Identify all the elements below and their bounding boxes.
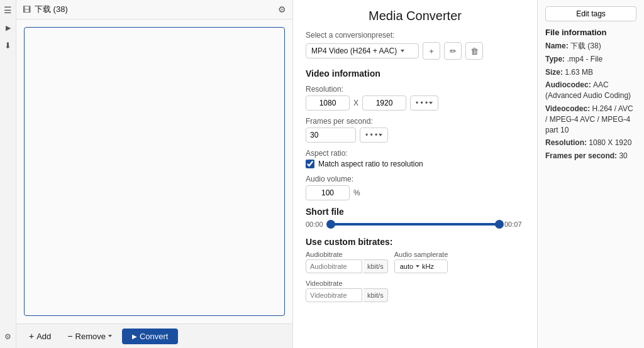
samplerate-select[interactable]: auto kHz: [394, 259, 448, 273]
audio-vol-form-row: Audio volume: %: [306, 175, 525, 200]
preset-select-row: MP4 Video (H264 + AAC) + ✏ 🗑: [306, 42, 525, 60]
short-file-fill: [331, 223, 499, 226]
resolution-width-input[interactable]: [306, 95, 350, 111]
audiobitrate-unit: kbit/s: [364, 259, 388, 273]
remove-label: Remove: [75, 332, 106, 341]
thin-sidebar: ☰ ▶ ⬇ ⚙: [0, 0, 16, 348]
bitrate-section-title: Use custom bitrates:: [306, 237, 525, 247]
file-gear-icon[interactable]: ⚙: [278, 4, 286, 14]
short-file-slider-container: 00:00 00:07: [306, 220, 525, 228]
preset-dropdown-icon: [401, 50, 404, 52]
file-panel: 🎞 下载 (38) ⚙ + Add − Remove: [16, 0, 293, 348]
audio-vol-label: Audio volume:: [306, 175, 525, 183]
aspect-ratio-label: Aspect ratio:: [306, 149, 525, 158]
audiobitrate-input[interactable]: [306, 259, 362, 273]
main-content: 🎞 下载 (38) ⚙ + Add − Remove: [16, 0, 644, 348]
resolution-dropdown-icon: [429, 102, 433, 104]
remove-dropdown-icon: [108, 335, 112, 337]
add-button[interactable]: + Add: [23, 328, 57, 344]
file-info-size: Size: 1.63 MB: [545, 67, 636, 78]
add-preset-button[interactable]: +: [423, 42, 440, 60]
fps-row: • • •: [306, 128, 525, 143]
aspect-checkbox-label: Match aspect ratio to resolution: [318, 160, 423, 168]
file-drop-area: [24, 27, 285, 316]
add-label: Add: [36, 332, 51, 341]
videobitrate-unit: kbit/s: [364, 288, 388, 302]
audiobitrate-label: Audiobitrate: [306, 251, 388, 258]
preset-label: Select a conversionpreset:: [306, 31, 525, 40]
short-file-end: 00:07: [504, 220, 525, 228]
download-icon[interactable]: ⬇: [2, 39, 14, 52]
resolution-label: Resolution:: [306, 85, 525, 94]
preset-value: MP4 Video (H264 + AAC): [311, 46, 397, 55]
menu-icon[interactable]: ☰: [2, 4, 14, 16]
preset-select[interactable]: MP4 Video (H264 + AAC): [306, 43, 419, 58]
resolution-options-button[interactable]: • • •: [410, 95, 438, 111]
samplerate-unit: kHz: [422, 263, 434, 270]
fps-input[interactable]: [306, 128, 356, 143]
videobitrate-group: Videobitrate kbit/s: [306, 280, 388, 302]
videobitrate-input-row: kbit/s: [306, 288, 388, 302]
samplerate-group: Audio samplerate auto kHz: [394, 251, 448, 273]
dots-label: • • •: [416, 99, 428, 107]
file-info-videocodec: Videocodec: H.264 / AVC / MPEG-4 AVC / M…: [545, 104, 636, 135]
fps-form-row: Frames per second: • • •: [306, 117, 525, 143]
short-file-start: 00:00: [306, 220, 326, 228]
fps-options-button[interactable]: • • •: [360, 128, 388, 143]
short-file-thumb-left[interactable]: [326, 220, 335, 229]
resolution-height-input[interactable]: [362, 95, 406, 111]
aspect-checkbox-row: Match aspect ratio to resolution: [306, 160, 525, 168]
videobitrate-input[interactable]: [306, 288, 362, 302]
edit-preset-button[interactable]: ✏: [444, 42, 462, 60]
videobitrate-label: Videobitrate: [306, 280, 388, 287]
file-info-name: Name: 下载 (38): [545, 41, 636, 52]
fps-dropdown-icon: [379, 134, 382, 136]
add-icon: +: [29, 331, 34, 341]
bitrate-section: Use custom bitrates: Audiobitrate kbit/s…: [306, 237, 525, 302]
file-panel-footer: + Add − Remove ▶ Convert: [16, 324, 292, 348]
file-info-title: File information: [545, 28, 636, 37]
resolution-form-row: Resolution: X • • •: [306, 85, 525, 111]
settings-icon[interactable]: ⚙: [2, 330, 14, 343]
fps-dots-label: • • •: [365, 131, 377, 139]
audio-vol-input[interactable]: [306, 185, 350, 200]
video-section-title: Video information: [306, 68, 525, 79]
audiobitrate-input-row: kbit/s: [306, 259, 388, 273]
convert-button[interactable]: ▶ Convert: [122, 329, 179, 344]
settings-panel: Media Converter Select a conversionprese…: [293, 0, 537, 348]
short-file-track[interactable]: [331, 223, 499, 226]
samplerate-value: auto: [400, 263, 413, 270]
short-file-thumb-right[interactable]: [495, 220, 504, 229]
samplerate-dropdown-icon: [416, 265, 419, 268]
film-icon: 🎞: [23, 5, 31, 14]
play-sidebar-icon[interactable]: ▶: [2, 21, 14, 34]
remove-icon: −: [67, 331, 72, 341]
resolution-x: X: [353, 99, 358, 107]
remove-button[interactable]: − Remove: [61, 328, 118, 344]
info-panel: Edit tags File information Name: 下载 (38)…: [537, 0, 644, 348]
audiobitrate-group: Audiobitrate kbit/s: [306, 251, 388, 273]
file-panel-header: 🎞 下载 (38) ⚙: [16, 0, 292, 19]
resolution-row: X • • •: [306, 95, 525, 111]
convert-play-icon: ▶: [132, 333, 137, 340]
file-info-audiocodec: Audiocodec: AAC (Advanced Audio Coding): [545, 80, 636, 101]
short-file-section: Short file 00:00 00:07: [306, 207, 525, 228]
bitrate-row: Audiobitrate kbit/s Audio samplerate aut…: [306, 251, 525, 302]
aspect-checkbox[interactable]: [306, 160, 314, 168]
short-file-title: Short file: [306, 207, 525, 217]
file-header-left: 🎞 下载 (38): [23, 4, 68, 15]
aspect-ratio-form-row: Aspect ratio: Match aspect ratio to reso…: [306, 149, 525, 168]
file-info-type: Type: .mp4 - File: [545, 54, 636, 65]
edit-tags-button[interactable]: Edit tags: [545, 6, 636, 21]
convert-label: Convert: [140, 332, 169, 341]
app-title: Media Converter: [306, 0, 525, 31]
file-info-fps: Frames per second: 30: [545, 151, 636, 161]
delete-preset-button[interactable]: 🗑: [465, 42, 483, 60]
file-info-resolution: Resolution: 1080 X 1920: [545, 138, 636, 148]
audio-vol-row: %: [306, 185, 525, 200]
audio-vol-unit: %: [353, 188, 360, 197]
preset-row: Select a conversionpreset: MP4 Video (H2…: [306, 31, 525, 60]
fps-label: Frames per second:: [306, 117, 525, 126]
file-name-header: 下载 (38): [35, 4, 68, 15]
samplerate-label: Audio samplerate: [394, 251, 448, 258]
